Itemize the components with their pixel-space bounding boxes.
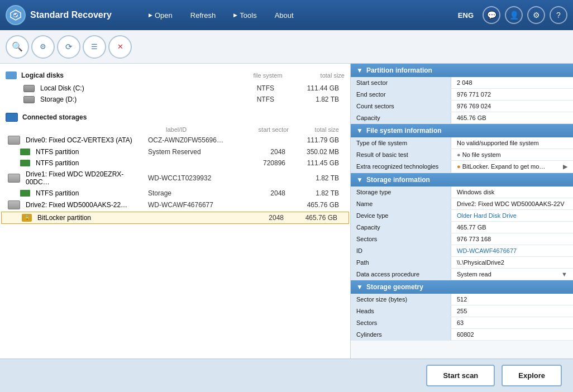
- storage-col-label: label/ID: [166, 126, 250, 133]
- drive0-ntfs2[interactable]: NTFS partition 720896 111.45 GB: [0, 157, 350, 169]
- storage-d-fs: NTFS: [252, 95, 297, 103]
- local-disk-c[interactable]: Local Disk (C:) NTFS 111.44 GB: [0, 83, 350, 94]
- drive2-bitlocker-start: 2048: [239, 214, 295, 222]
- chat-button[interactable]: 💬: [483, 6, 500, 24]
- storage-geometry-rows: Sector size (bytes) 512 Heads 255 Sector…: [351, 294, 573, 341]
- drive1-ntfs1-icon: [20, 190, 30, 197]
- drive0-ntfs1-icon: [20, 149, 30, 155]
- drive1-ntfs1[interactable]: NTFS partition Storage 2048 1.82 TB: [0, 188, 350, 199]
- drive1-label: WD-WCC1T0239932: [148, 174, 237, 182]
- drive2-bitlocker-size: 465.76 GB: [298, 214, 343, 222]
- cylinders-value: 60802: [451, 329, 573, 340]
- filesystem-info-rows: Type of file system No valid/supported f…: [351, 137, 573, 173]
- col-fs-header: file system: [254, 72, 283, 79]
- drive0-ntfs1-size: 350.02 MB: [300, 148, 345, 156]
- drive2[interactable]: Drive2: Fixed WD5000AAKS-22… WD-WCAWF467…: [0, 199, 350, 211]
- nav-refresh[interactable]: Refresh: [182, 0, 225, 30]
- drive1-size: 1.82 TB: [300, 174, 345, 182]
- drive0-icon: [8, 136, 20, 145]
- partition-start-sector-label: Start sector: [351, 77, 451, 88]
- partition-info-rows: Start sector 2 048 End sector 976 771 07…: [351, 77, 573, 124]
- data-access-dropdown[interactable]: ▼: [561, 271, 567, 278]
- filesystem-info-header[interactable]: ▼ File system information: [351, 124, 573, 137]
- drive0-label: OCZ-AWNZ0FW55696…: [148, 136, 237, 144]
- restore-tool-button[interactable]: ⟳: [57, 35, 80, 59]
- sector-size-value: 512: [451, 294, 573, 305]
- close-tool-button[interactable]: ✕: [108, 35, 132, 59]
- nav-tools[interactable]: ▶ Tools: [225, 0, 265, 30]
- storage-type-label: Storage type: [351, 187, 451, 198]
- storage-name-value: Drive2: Fixed WDC WD5000AAKS-22V: [451, 198, 573, 209]
- storage-d-size: 1.82 TB: [300, 95, 345, 103]
- storage-section-icon: [6, 113, 18, 122]
- storage-info-rows: Storage type Windows disk Name Drive2: F…: [351, 187, 573, 280]
- nav-about[interactable]: About: [266, 0, 303, 30]
- start-scan-button[interactable]: Start scan: [426, 365, 495, 386]
- storage-capacity-row: Capacity 465.77 GB: [351, 222, 573, 233]
- storage-d[interactable]: Storage (D:) NTFS 1.82 TB: [0, 94, 350, 105]
- storage-info-header[interactable]: ▼ Storage information: [351, 173, 573, 187]
- main-content: Logical disks file system total size Loc…: [0, 64, 573, 358]
- settings-button[interactable]: ⚙: [527, 6, 545, 24]
- data-access-value[interactable]: System read ▼: [451, 269, 573, 280]
- storage-id-label: ID: [351, 245, 451, 256]
- nav-open[interactable]: ▶ Open: [140, 0, 182, 30]
- drive1-ntfs1-label: Storage: [148, 189, 237, 197]
- sector-size-row: Sector size (bytes) 512: [351, 294, 573, 305]
- partition-count-sectors-row: Count sectors 976 769 024: [351, 101, 573, 112]
- drive2-icon: [8, 200, 20, 209]
- storage-capacity-value: 465.77 GB: [451, 222, 573, 233]
- extra-tech-value: BitLocker. Expand to get mo… ▶: [451, 161, 573, 173]
- basic-test-value: No file system: [451, 149, 573, 160]
- extra-tech-label: Extra recognized technologies: [351, 161, 451, 173]
- storage-col-size: total size: [300, 126, 345, 133]
- scan-tool-button[interactable]: ⚙: [31, 35, 55, 59]
- list-tool-button[interactable]: ☰: [83, 35, 106, 59]
- drive1-icon: [8, 174, 20, 183]
- device-type-value[interactable]: Older Hard Disk Drive: [451, 210, 573, 221]
- nav-menu: ▶ Open Refresh ▶ Tools About: [140, 0, 453, 30]
- toolbar: 🔍 ⚙ ⟳ ☰ ✕: [0, 30, 573, 64]
- heads-label: Heads: [351, 305, 451, 317]
- drive0-ntfs2-size: 111.45 GB: [300, 159, 345, 167]
- partition-end-sector-label: End sector: [351, 89, 451, 100]
- drive0-size: 111.79 GB: [300, 136, 345, 144]
- connected-storages-header: Connected storages: [0, 109, 350, 125]
- sector-size-label: Sector size (bytes): [351, 294, 451, 305]
- storage-capacity-label: Capacity: [351, 222, 451, 233]
- basic-test-label: Result of basic test: [351, 149, 451, 160]
- device-type-row: Device type Older Hard Disk Drive: [351, 210, 573, 222]
- partition-collapse-icon: ▼: [356, 66, 363, 74]
- storage-sectors-row: Sectors 976 773 168: [351, 233, 573, 245]
- local-disk-c-icon: [23, 85, 35, 92]
- storage-geometry-header[interactable]: ▼ Storage geometry: [351, 280, 573, 294]
- storage-sectors-value: 976 773 168: [451, 233, 573, 245]
- explore-button[interactable]: Explore: [502, 365, 562, 386]
- language-selector[interactable]: ENG: [453, 11, 478, 20]
- partition-count-sectors-value: 976 769 024: [451, 101, 573, 112]
- app-header: Standard Recovery ▶ Open Refresh ▶ Tools…: [0, 0, 573, 30]
- help-button[interactable]: ?: [550, 6, 567, 24]
- extra-tech-row: Extra recognized technologies BitLocker.…: [351, 161, 573, 173]
- storage-id-value[interactable]: WD-WCAWF4676677: [451, 245, 573, 256]
- drive0[interactable]: Drive0: Fixed OCZ-VERTEX3 (ATA) OCZ-AWNZ…: [0, 134, 350, 146]
- storage-d-name: Storage (D:): [40, 95, 249, 103]
- partition-capacity-value: 465.76 GB: [451, 112, 573, 123]
- logo-area: Standard Recovery: [6, 5, 140, 25]
- device-type-label: Device type: [351, 210, 451, 221]
- partition-info-header[interactable]: ▼ Partition information: [351, 64, 573, 77]
- drive2-name: Drive2: Fixed WD5000AAKS-22…: [26, 201, 145, 209]
- drive1[interactable]: Drive1: Fixed WDC WD20EZRX-00DC… WD-WCC1…: [0, 169, 350, 188]
- extra-tech-arrow[interactable]: ▶: [563, 163, 567, 170]
- drive0-ntfs1[interactable]: NTFS partition System Reserved 2048 350.…: [0, 146, 350, 157]
- partition-start-sector-row: Start sector 2 048: [351, 77, 573, 89]
- col-size-header: total size: [321, 72, 345, 79]
- partition-info-title: Partition information: [366, 66, 432, 74]
- drive0-name: Drive0: Fixed OCZ-VERTEX3 (ATA): [26, 136, 145, 144]
- cylinders-label: Cylinders: [351, 329, 451, 340]
- drive2-bitlocker[interactable]: 🔒 BitLocker partition 2048 465.76 GB: [1, 212, 349, 224]
- drive2-bitlocker-name: BitLocker partition: [37, 214, 143, 222]
- user-button[interactable]: 👤: [505, 6, 523, 24]
- search-tool-button[interactable]: 🔍: [6, 35, 29, 59]
- drive1-ntfs1-name: NTFS partition: [36, 189, 145, 197]
